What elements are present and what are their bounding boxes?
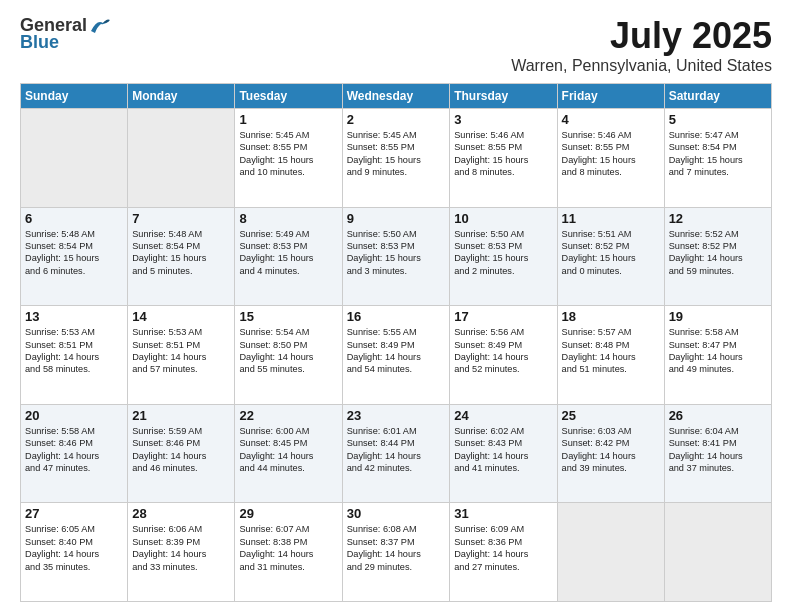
day-info: Sunrise: 6:05 AM Sunset: 8:40 PM Dayligh… <box>25 523 123 573</box>
table-row: 12Sunrise: 5:52 AM Sunset: 8:52 PM Dayli… <box>664 207 771 306</box>
table-row: 11Sunrise: 5:51 AM Sunset: 8:52 PM Dayli… <box>557 207 664 306</box>
day-info: Sunrise: 5:51 AM Sunset: 8:52 PM Dayligh… <box>562 228 660 278</box>
day-info: Sunrise: 6:06 AM Sunset: 8:39 PM Dayligh… <box>132 523 230 573</box>
day-number: 18 <box>562 309 660 324</box>
table-row: 6Sunrise: 5:48 AM Sunset: 8:54 PM Daylig… <box>21 207 128 306</box>
logo-bird-icon <box>89 17 111 35</box>
day-info: Sunrise: 5:46 AM Sunset: 8:55 PM Dayligh… <box>562 129 660 179</box>
day-number: 21 <box>132 408 230 423</box>
day-info: Sunrise: 6:09 AM Sunset: 8:36 PM Dayligh… <box>454 523 552 573</box>
calendar-week-row: 13Sunrise: 5:53 AM Sunset: 8:51 PM Dayli… <box>21 306 772 405</box>
day-info: Sunrise: 5:59 AM Sunset: 8:46 PM Dayligh… <box>132 425 230 475</box>
day-info: Sunrise: 5:53 AM Sunset: 8:51 PM Dayligh… <box>132 326 230 376</box>
table-row: 3Sunrise: 5:46 AM Sunset: 8:55 PM Daylig… <box>450 109 557 208</box>
table-row: 17Sunrise: 5:56 AM Sunset: 8:49 PM Dayli… <box>450 306 557 405</box>
day-number: 4 <box>562 112 660 127</box>
calendar-header-row: Sunday Monday Tuesday Wednesday Thursday… <box>21 84 772 109</box>
table-row <box>21 109 128 208</box>
day-number: 30 <box>347 506 446 521</box>
day-number: 22 <box>239 408 337 423</box>
calendar-week-row: 6Sunrise: 5:48 AM Sunset: 8:54 PM Daylig… <box>21 207 772 306</box>
day-number: 8 <box>239 211 337 226</box>
day-info: Sunrise: 5:50 AM Sunset: 8:53 PM Dayligh… <box>347 228 446 278</box>
day-info: Sunrise: 5:58 AM Sunset: 8:46 PM Dayligh… <box>25 425 123 475</box>
day-info: Sunrise: 5:57 AM Sunset: 8:48 PM Dayligh… <box>562 326 660 376</box>
day-info: Sunrise: 5:45 AM Sunset: 8:55 PM Dayligh… <box>347 129 446 179</box>
logo-blue-text: Blue <box>20 32 59 53</box>
day-info: Sunrise: 5:58 AM Sunset: 8:47 PM Dayligh… <box>669 326 767 376</box>
day-number: 2 <box>347 112 446 127</box>
calendar-week-row: 1Sunrise: 5:45 AM Sunset: 8:55 PM Daylig… <box>21 109 772 208</box>
day-info: Sunrise: 6:03 AM Sunset: 8:42 PM Dayligh… <box>562 425 660 475</box>
day-info: Sunrise: 5:53 AM Sunset: 8:51 PM Dayligh… <box>25 326 123 376</box>
col-saturday: Saturday <box>664 84 771 109</box>
col-thursday: Thursday <box>450 84 557 109</box>
table-row: 30Sunrise: 6:08 AM Sunset: 8:37 PM Dayli… <box>342 503 450 602</box>
day-info: Sunrise: 5:55 AM Sunset: 8:49 PM Dayligh… <box>347 326 446 376</box>
day-number: 28 <box>132 506 230 521</box>
day-info: Sunrise: 6:00 AM Sunset: 8:45 PM Dayligh… <box>239 425 337 475</box>
table-row: 24Sunrise: 6:02 AM Sunset: 8:43 PM Dayli… <box>450 404 557 503</box>
col-sunday: Sunday <box>21 84 128 109</box>
day-number: 23 <box>347 408 446 423</box>
col-tuesday: Tuesday <box>235 84 342 109</box>
day-number: 5 <box>669 112 767 127</box>
day-number: 25 <box>562 408 660 423</box>
day-number: 31 <box>454 506 552 521</box>
table-row: 27Sunrise: 6:05 AM Sunset: 8:40 PM Dayli… <box>21 503 128 602</box>
col-monday: Monday <box>128 84 235 109</box>
table-row: 29Sunrise: 6:07 AM Sunset: 8:38 PM Dayli… <box>235 503 342 602</box>
day-number: 10 <box>454 211 552 226</box>
day-number: 19 <box>669 309 767 324</box>
day-number: 24 <box>454 408 552 423</box>
table-row: 21Sunrise: 5:59 AM Sunset: 8:46 PM Dayli… <box>128 404 235 503</box>
table-row: 4Sunrise: 5:46 AM Sunset: 8:55 PM Daylig… <box>557 109 664 208</box>
table-row: 1Sunrise: 5:45 AM Sunset: 8:55 PM Daylig… <box>235 109 342 208</box>
day-number: 11 <box>562 211 660 226</box>
day-number: 14 <box>132 309 230 324</box>
day-number: 7 <box>132 211 230 226</box>
day-number: 26 <box>669 408 767 423</box>
day-number: 6 <box>25 211 123 226</box>
day-number: 29 <box>239 506 337 521</box>
day-info: Sunrise: 6:04 AM Sunset: 8:41 PM Dayligh… <box>669 425 767 475</box>
day-info: Sunrise: 6:07 AM Sunset: 8:38 PM Dayligh… <box>239 523 337 573</box>
day-number: 27 <box>25 506 123 521</box>
day-number: 13 <box>25 309 123 324</box>
table-row: 9Sunrise: 5:50 AM Sunset: 8:53 PM Daylig… <box>342 207 450 306</box>
logo: General Blue <box>20 15 111 53</box>
table-row: 14Sunrise: 5:53 AM Sunset: 8:51 PM Dayli… <box>128 306 235 405</box>
day-info: Sunrise: 5:46 AM Sunset: 8:55 PM Dayligh… <box>454 129 552 179</box>
table-row: 26Sunrise: 6:04 AM Sunset: 8:41 PM Dayli… <box>664 404 771 503</box>
day-info: Sunrise: 5:56 AM Sunset: 8:49 PM Dayligh… <box>454 326 552 376</box>
table-row: 15Sunrise: 5:54 AM Sunset: 8:50 PM Dayli… <box>235 306 342 405</box>
table-row: 20Sunrise: 5:58 AM Sunset: 8:46 PM Dayli… <box>21 404 128 503</box>
calendar-subtitle: Warren, Pennsylvania, United States <box>511 57 772 75</box>
day-info: Sunrise: 5:49 AM Sunset: 8:53 PM Dayligh… <box>239 228 337 278</box>
table-row: 8Sunrise: 5:49 AM Sunset: 8:53 PM Daylig… <box>235 207 342 306</box>
table-row: 31Sunrise: 6:09 AM Sunset: 8:36 PM Dayli… <box>450 503 557 602</box>
table-row <box>557 503 664 602</box>
calendar-table: Sunday Monday Tuesday Wednesday Thursday… <box>20 83 772 602</box>
page-header: General Blue July 2025 Warren, Pennsylva… <box>20 15 772 75</box>
day-info: Sunrise: 5:52 AM Sunset: 8:52 PM Dayligh… <box>669 228 767 278</box>
table-row: 13Sunrise: 5:53 AM Sunset: 8:51 PM Dayli… <box>21 306 128 405</box>
day-number: 16 <box>347 309 446 324</box>
table-row: 5Sunrise: 5:47 AM Sunset: 8:54 PM Daylig… <box>664 109 771 208</box>
table-row: 23Sunrise: 6:01 AM Sunset: 8:44 PM Dayli… <box>342 404 450 503</box>
table-row: 19Sunrise: 5:58 AM Sunset: 8:47 PM Dayli… <box>664 306 771 405</box>
day-number: 20 <box>25 408 123 423</box>
col-friday: Friday <box>557 84 664 109</box>
table-row: 22Sunrise: 6:00 AM Sunset: 8:45 PM Dayli… <box>235 404 342 503</box>
table-row: 10Sunrise: 5:50 AM Sunset: 8:53 PM Dayli… <box>450 207 557 306</box>
table-row: 7Sunrise: 5:48 AM Sunset: 8:54 PM Daylig… <box>128 207 235 306</box>
table-row <box>664 503 771 602</box>
day-info: Sunrise: 5:54 AM Sunset: 8:50 PM Dayligh… <box>239 326 337 376</box>
calendar-week-row: 27Sunrise: 6:05 AM Sunset: 8:40 PM Dayli… <box>21 503 772 602</box>
day-info: Sunrise: 6:08 AM Sunset: 8:37 PM Dayligh… <box>347 523 446 573</box>
day-info: Sunrise: 5:47 AM Sunset: 8:54 PM Dayligh… <box>669 129 767 179</box>
table-row: 2Sunrise: 5:45 AM Sunset: 8:55 PM Daylig… <box>342 109 450 208</box>
day-number: 9 <box>347 211 446 226</box>
day-number: 17 <box>454 309 552 324</box>
day-info: Sunrise: 5:45 AM Sunset: 8:55 PM Dayligh… <box>239 129 337 179</box>
